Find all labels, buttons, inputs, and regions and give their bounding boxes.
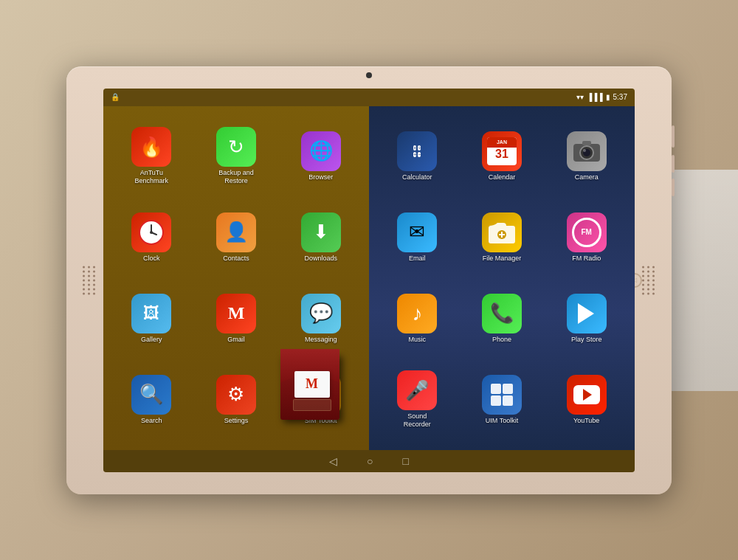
filemanager-svg bbox=[487, 218, 517, 246]
time-display: 5:37 bbox=[613, 93, 627, 101]
app-gmail[interactable]: M Gmail bbox=[196, 280, 277, 358]
messaging-icon: 💬 bbox=[301, 294, 341, 333]
uimtoolkit-label: UIM Toolkit bbox=[486, 417, 518, 425]
phone-icon: 📞 bbox=[482, 294, 522, 333]
wifi-icon: ▾▾ bbox=[576, 93, 584, 101]
app-messaging[interactable]: 💬 Messaging bbox=[280, 280, 362, 358]
gallery-icon: 🖼 bbox=[131, 294, 171, 333]
search-icon: 🔍 bbox=[131, 375, 171, 415]
svg-rect-10 bbox=[582, 141, 591, 145]
left-app-grid: 🔥 AnTuTu Benchmark ↻ Backup and Restore … bbox=[103, 106, 369, 450]
contacts-label: Contacts bbox=[223, 255, 249, 263]
downloads-icon: ⬇ bbox=[301, 212, 341, 252]
gmail-label: Gmail bbox=[227, 336, 245, 344]
clock-label: Clock bbox=[143, 255, 160, 263]
back-nav[interactable]: ◁ bbox=[329, 455, 337, 467]
camera-label: Camera bbox=[575, 173, 599, 182]
svg-rect-8 bbox=[320, 396, 324, 400]
volume-up[interactable] bbox=[672, 155, 675, 173]
clock-svg bbox=[137, 218, 165, 246]
recents-nav[interactable]: □ bbox=[403, 455, 409, 467]
calendar-icon: JAN 31 bbox=[482, 131, 522, 171]
app-youtube[interactable]: YouTube bbox=[545, 361, 627, 439]
signal-icon: ▐▐▐ bbox=[587, 93, 602, 101]
playstore-svg bbox=[573, 300, 600, 327]
antutu-icon: 🔥 bbox=[131, 127, 171, 167]
app-camera[interactable]: Camera bbox=[545, 117, 627, 196]
svg-rect-22 bbox=[503, 395, 513, 406]
music-label: Music bbox=[409, 336, 427, 344]
svg-rect-20 bbox=[503, 384, 513, 394]
email-label: Email bbox=[409, 255, 426, 263]
app-settings[interactable]: ⚙ Settings bbox=[196, 361, 277, 439]
app-uimtoolkit[interactable]: UIM Toolkit bbox=[461, 361, 543, 439]
volume-down[interactable] bbox=[672, 179, 675, 196]
contacts-icon: 👤 bbox=[216, 212, 256, 252]
app-calendar[interactable]: JAN 31 Calendar bbox=[461, 117, 543, 196]
home-nav[interactable]: ○ bbox=[367, 455, 373, 467]
camera-icon bbox=[567, 131, 607, 171]
right-app-grid: × ÷ + − Calculator JAN 31 bbox=[369, 106, 635, 450]
volume-buttons[interactable] bbox=[672, 155, 675, 196]
simtoolkit-icon bbox=[301, 375, 341, 415]
app-calculator[interactable]: × ÷ + − Calculator bbox=[376, 117, 458, 196]
svg-rect-5 bbox=[314, 390, 318, 394]
app-gallery[interactable]: 🖼 Gallery bbox=[111, 280, 193, 358]
app-playstore[interactable]: Play Store bbox=[545, 280, 627, 358]
playstore-label: Play Store bbox=[571, 336, 602, 344]
app-music[interactable]: ♪ Music bbox=[376, 280, 458, 358]
app-clock[interactable]: Clock bbox=[111, 198, 193, 277]
svg-point-3 bbox=[150, 231, 153, 234]
status-bar: 🔒 ▾▾ ▐▐▐ ▮ 5:37 bbox=[103, 89, 635, 106]
front-camera bbox=[366, 72, 372, 78]
svg-rect-6 bbox=[320, 390, 324, 394]
app-search[interactable]: 🔍 Search bbox=[111, 361, 193, 439]
app-downloads[interactable]: ⬇ Downloads bbox=[280, 198, 362, 277]
music-icon: ♪ bbox=[397, 294, 437, 333]
settings-label: Settings bbox=[224, 417, 249, 425]
email-icon: ✉ bbox=[397, 212, 437, 252]
speaker-right bbox=[642, 266, 655, 294]
soundrecorder-icon: 🎤 bbox=[397, 370, 437, 410]
app-email[interactable]: ✉ Email bbox=[376, 198, 458, 277]
svg-rect-21 bbox=[491, 395, 501, 406]
status-right: ▾▾ ▐▐▐ ▮ 5:37 bbox=[576, 93, 627, 101]
app-phone[interactable]: 📞 Phone bbox=[461, 280, 543, 358]
svg-rect-7 bbox=[314, 396, 318, 400]
fmradio-label: FM Radio bbox=[572, 255, 601, 263]
messaging-label: Messaging bbox=[305, 336, 337, 344]
clock-icon bbox=[131, 212, 171, 252]
backup-icon: ↻ bbox=[216, 127, 256, 167]
speaker-left bbox=[83, 266, 96, 294]
app-fmradio[interactable]: FM FM Radio bbox=[545, 198, 627, 277]
fmradio-icon: FM bbox=[567, 212, 607, 252]
app-browser[interactable]: 🌐 Browser bbox=[280, 117, 362, 196]
filemanager-label: File Manager bbox=[483, 255, 522, 263]
app-backup[interactable]: ↻ Backup and Restore bbox=[196, 117, 277, 196]
playstore-icon bbox=[567, 294, 607, 333]
app-antutu[interactable]: 🔥 AnTuTu Benchmark bbox=[111, 117, 193, 196]
backup-label: Backup and Restore bbox=[214, 169, 258, 185]
sim-svg bbox=[308, 381, 334, 408]
power-button[interactable] bbox=[672, 125, 675, 148]
tablet-case: ◁ 🔒 ▾▾ ▐▐▐ ▮ 5:37 bbox=[66, 66, 672, 494]
scene: ◁ 🔒 ▾▾ ▐▐▐ ▮ 5:37 bbox=[0, 0, 738, 560]
gallery-label: Gallery bbox=[141, 336, 162, 344]
svg-marker-18 bbox=[578, 303, 594, 324]
svg-rect-4 bbox=[311, 383, 327, 405]
lock-icon: 🔒 bbox=[111, 93, 120, 101]
app-simtoolkit[interactable]: SIM Toolkit bbox=[280, 361, 362, 439]
youtube-label: YouTube bbox=[573, 417, 599, 425]
app-filemanager[interactable]: File Manager bbox=[461, 198, 543, 277]
youtube-icon bbox=[567, 375, 607, 415]
settings-icon: ⚙ bbox=[216, 375, 256, 415]
app-soundrecorder[interactable]: 🎤 Sound Recorder bbox=[376, 361, 458, 439]
filemanager-icon bbox=[482, 212, 522, 252]
gmail-icon: M bbox=[216, 294, 256, 333]
battery-icon: ▮ bbox=[606, 93, 610, 101]
antutu-label: AnTuTu Benchmark bbox=[129, 169, 173, 185]
downloads-label: Downloads bbox=[304, 255, 337, 263]
tablet-screen: 🔒 ▾▾ ▐▐▐ ▮ 5:37 🔥 bbox=[103, 89, 635, 472]
calendar-label: Calendar bbox=[489, 173, 516, 182]
app-contacts[interactable]: 👤 Contacts bbox=[196, 198, 277, 277]
